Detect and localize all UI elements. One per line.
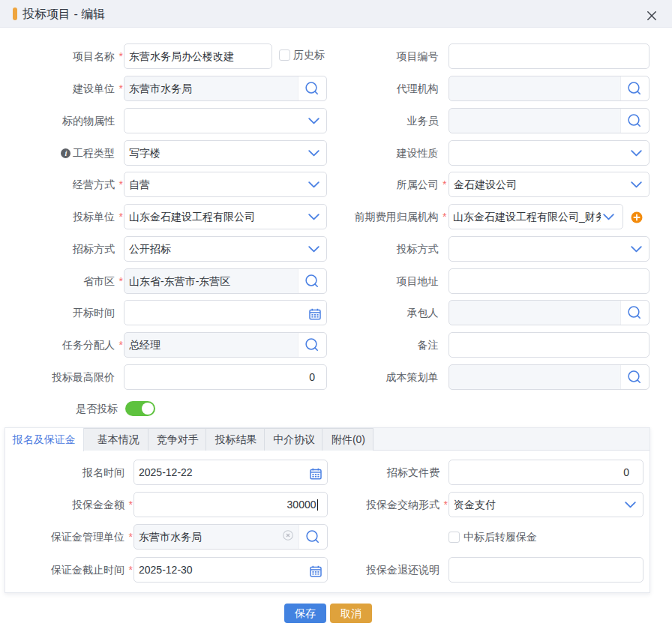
svg-text:i: i xyxy=(64,149,67,157)
